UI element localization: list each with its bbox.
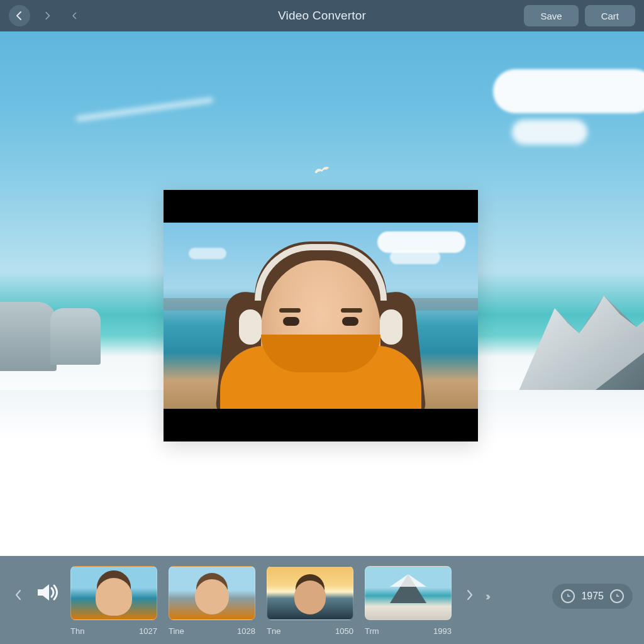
thumbnail-label: Tine — [169, 626, 184, 636]
thumbnail-item: Trm 1993 — [365, 566, 452, 636]
background-rock — [50, 308, 101, 365]
background-cloud — [76, 97, 214, 122]
video-preview-frame[interactable] — [164, 190, 478, 441]
preview-person-hoodie — [220, 346, 421, 409]
background-cloud — [493, 69, 644, 113]
background-rock — [0, 302, 57, 371]
thumbnail-strip: Thn 1027 Tine 1028 Tne 1050 Trm 1993 — [70, 566, 452, 636]
timeline-prev-button[interactable] — [11, 576, 25, 614]
chevron-left-icon — [14, 589, 22, 601]
thumbnail-label: Tne — [267, 626, 280, 636]
preview-cloud — [377, 231, 465, 253]
forward-button[interactable] — [36, 5, 58, 26]
volume-icon — [34, 579, 62, 606]
back-button[interactable] — [9, 5, 30, 26]
timeline-fastforward-button[interactable]: ›› — [486, 590, 488, 603]
preview-cloud — [390, 250, 440, 264]
chevron-left-small-icon — [71, 12, 79, 19]
thumbnail-item: Tne 1050 — [267, 566, 353, 636]
time-value: 1975 — [581, 591, 604, 602]
timeline-bar: Thn 1027 Tine 1028 Tne 1050 Trm 1993 — [0, 556, 644, 644]
volume-button[interactable] — [34, 579, 62, 606]
thumbnail-image[interactable] — [267, 566, 353, 620]
thumbnail-meta: Tne 1050 — [267, 626, 353, 636]
thumbnail-code: 1993 — [433, 626, 452, 636]
preview-person-eye — [342, 317, 358, 326]
thumbnail-image[interactable] — [70, 566, 157, 620]
app-title: Video Convertor — [278, 9, 366, 23]
save-button[interactable]: Save — [524, 5, 578, 26]
undo-button[interactable] — [64, 5, 86, 26]
preview-person-brow — [341, 308, 362, 313]
thumbnail-meta: Thn 1027 — [70, 626, 157, 636]
video-preview-content — [164, 223, 478, 409]
preview-stage — [0, 31, 644, 556]
thumbnail-image[interactable] — [365, 566, 452, 620]
preview-person-eye — [283, 317, 299, 326]
background-cloud — [512, 119, 587, 145]
thumbnail-item: Thn 1027 — [70, 566, 157, 636]
thumbnail-meta: Trm 1993 — [365, 626, 452, 636]
thumbnail-image[interactable] — [169, 566, 255, 620]
timeline-next-button[interactable] — [463, 576, 477, 614]
clock-right-icon — [610, 589, 624, 603]
bird-icon — [313, 164, 332, 178]
arrow-left-icon — [14, 11, 25, 21]
preview-person-headphones — [239, 309, 262, 345]
cart-button[interactable]: Cart — [585, 5, 635, 26]
preview-cloud — [189, 248, 226, 259]
preview-person-brow — [279, 308, 301, 313]
thumbnail-code: 1050 — [335, 626, 353, 636]
double-chevron-right-icon: ›› — [486, 590, 488, 602]
thumbnail-label: Trm — [365, 626, 379, 636]
preview-person-headphones — [255, 244, 387, 301]
thumbnail-code: 1028 — [237, 626, 255, 636]
thumbnail-label: Thn — [70, 626, 84, 636]
clock-left-icon — [561, 589, 575, 603]
time-indicator[interactable]: 1975 — [552, 584, 633, 609]
thumbnail-code: 1027 — [139, 626, 157, 636]
thumbnail-item: Tine 1028 — [169, 566, 255, 636]
preview-person-headphones — [380, 309, 402, 345]
arrow-right-icon — [43, 11, 52, 20]
thumbnail-meta: Tine 1028 — [169, 626, 255, 636]
header-bar: Video Convertor Save Cart — [0, 0, 644, 31]
chevron-right-icon — [466, 589, 474, 601]
